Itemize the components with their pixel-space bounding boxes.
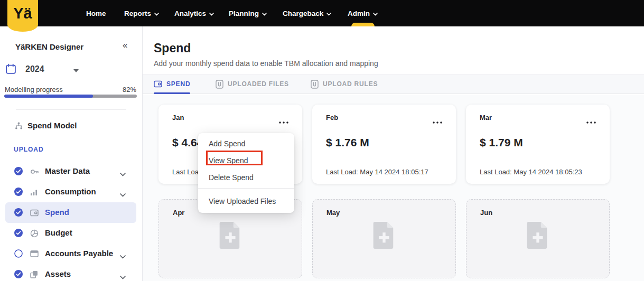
nav-item-label: Planning xyxy=(229,10,259,17)
card-month-label: Jun xyxy=(480,209,492,217)
sidebar-items: Master DataConsumptionSpendBudgetAccount… xyxy=(0,161,143,281)
divider xyxy=(16,109,126,110)
tab-uploaded-files[interactable]: UPLOADED FILES xyxy=(216,74,289,93)
card-last-load: Last Load: May 14 2024 18:05:23 xyxy=(480,168,582,176)
nav-item-analytics[interactable]: Analytics xyxy=(174,0,214,26)
tab-bar: SPENDUPLOADED FILESUPLOAD RULES xyxy=(143,74,644,94)
unchecked-circle-icon xyxy=(14,249,23,258)
tab-label: SPEND xyxy=(166,80,190,88)
menu-item-delete-spend[interactable]: Delete Spend xyxy=(198,169,294,186)
card-month-label: Mar xyxy=(480,114,492,121)
chevron-down-icon xyxy=(154,10,159,17)
nav-item-home[interactable]: Home xyxy=(86,0,106,26)
check-circle-icon xyxy=(14,270,23,278)
sidebar-item-assets[interactable]: Assets xyxy=(5,264,136,281)
sidebar-item-accounts-payable[interactable]: Accounts Payable xyxy=(5,243,136,264)
tab-upload-rules[interactable]: UPLOAD RULES xyxy=(311,74,378,93)
menu-item-view-spend[interactable]: View Spend xyxy=(198,152,294,169)
month-card-mar[interactable]: Mar$ 1.79 MLast Load: May 14 2024 18:05:… xyxy=(466,105,610,184)
page-title: Spend xyxy=(154,41,191,55)
sidebar-section-upload: UPLOAD xyxy=(14,146,44,153)
caret-down-icon[interactable] xyxy=(73,69,79,72)
nav-item-admin[interactable]: Admin xyxy=(348,0,378,26)
month-card-may[interactable]: May xyxy=(312,199,456,278)
progress-label: Modelling progress xyxy=(5,86,63,93)
calendar-icon xyxy=(5,63,16,77)
chevron-down-icon xyxy=(120,190,126,199)
chevron-down-icon xyxy=(120,169,126,179)
sidebar-item-spend[interactable]: Spend xyxy=(5,202,136,223)
nav-item-chargeback[interactable]: Chargeback xyxy=(283,0,331,26)
layers-icon xyxy=(30,270,39,279)
file-plus-icon xyxy=(526,221,550,251)
collapse-sidebar-button[interactable]: « xyxy=(123,40,127,51)
file-plus-icon xyxy=(372,221,396,251)
sidebar-item-label: Spend xyxy=(45,208,69,217)
card-month-label: Apr xyxy=(173,209,184,217)
chevron-down-icon xyxy=(373,10,378,17)
chevron-down-icon xyxy=(326,10,331,17)
wallet-icon xyxy=(30,208,39,217)
nav-item-label: Analytics xyxy=(174,10,206,17)
check-circle-icon xyxy=(14,229,23,237)
chevron-down-icon xyxy=(209,10,214,17)
top-navbar: HomeReportsAnalyticsPlanningChargebackAd… xyxy=(0,0,644,26)
nav-item-label: Home xyxy=(86,10,106,17)
brand-logo: Yä xyxy=(7,0,38,32)
sidebar-title: YäRKEN Designer xyxy=(15,42,83,51)
card-last-load: Last Loa xyxy=(172,168,199,176)
attachment-file-icon xyxy=(311,80,319,89)
nav-item-reports[interactable]: Reports xyxy=(124,0,159,26)
sidebar-item-label: Master Data xyxy=(45,166,90,175)
tab-spend[interactable]: SPEND xyxy=(154,74,190,93)
page-subtitle: Add your monthly spend data to enable TB… xyxy=(154,59,378,68)
sidebar-item-consumption[interactable]: Consumption xyxy=(5,182,136,202)
progress-value: 82% xyxy=(123,86,136,93)
month-card-feb[interactable]: Feb$ 1.76 MLast Load: May 14 2024 18:05:… xyxy=(312,105,456,184)
tab-label: UPLOAD RULES xyxy=(323,80,378,88)
sidebar-item-budget[interactable]: Budget xyxy=(5,223,136,243)
file-plus-icon xyxy=(218,221,242,251)
card-month-label: May xyxy=(326,209,340,217)
ellipsis-menu-button[interactable] xyxy=(433,116,442,126)
sitemap-icon xyxy=(14,121,23,133)
card-month-label: Jan xyxy=(172,114,184,121)
progress-bar-fill xyxy=(4,95,93,98)
card-spend-value: $ 1.79 M xyxy=(480,136,523,149)
card-spend-value: $ 1.76 M xyxy=(326,136,369,149)
menu-item-view-uploaded-files[interactable]: View Uploaded Files xyxy=(198,193,294,210)
tab-label: UPLOADED FILES xyxy=(228,80,289,88)
sidebar-item-master-data[interactable]: Master Data xyxy=(5,161,136,182)
sidebar-item-label: Consumption xyxy=(45,187,96,196)
context-menu: Add SpendView SpendDelete SpendView Uplo… xyxy=(198,133,294,213)
nav-item-planning[interactable]: Planning xyxy=(229,0,267,26)
wallet-icon xyxy=(154,80,162,88)
menu-item-add-spend[interactable]: Add Spend xyxy=(198,135,294,152)
chevron-down-icon xyxy=(120,272,126,281)
credit-card-icon xyxy=(30,249,39,258)
nav-item-label: Admin xyxy=(348,10,370,17)
sidebar: YäRKEN Designer « 2024 Modelling progres… xyxy=(0,26,143,281)
ellipsis-menu-button[interactable] xyxy=(586,116,596,126)
month-card-jun[interactable]: Jun xyxy=(466,199,610,278)
chevron-down-icon xyxy=(262,10,267,17)
sidebar-item-label: Assets xyxy=(45,269,71,278)
attachment-file-icon xyxy=(216,80,223,89)
chevron-down-icon xyxy=(120,251,126,261)
check-circle-icon xyxy=(14,188,23,196)
sidebar-item-label: Accounts Payable xyxy=(45,249,113,258)
card-last-load: Last Load: May 14 2024 18:05:17 xyxy=(326,168,428,176)
sidebar-item-label: Spend Model xyxy=(27,121,77,130)
menu-divider xyxy=(198,188,294,189)
check-circle-icon xyxy=(14,208,23,217)
card-month-label: Feb xyxy=(326,114,338,121)
key-icon xyxy=(30,167,39,176)
nav-item-label: Reports xyxy=(124,10,151,17)
check-circle-icon xyxy=(14,167,23,175)
year-select[interactable]: 2024 xyxy=(25,64,44,74)
pie-chart-icon xyxy=(30,229,39,238)
progress-bar xyxy=(4,95,137,98)
ellipsis-menu-button[interactable] xyxy=(279,116,288,126)
app-window: HomeReportsAnalyticsPlanningChargebackAd… xyxy=(0,0,644,281)
sidebar-item-spend-model[interactable]: Spend Model xyxy=(0,119,142,133)
